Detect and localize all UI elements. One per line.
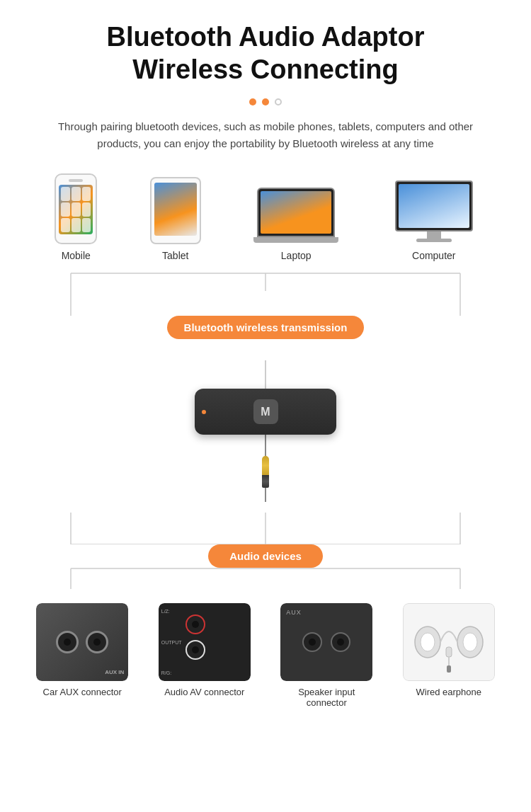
speaker-port-1 (302, 632, 322, 652)
monitor-icon (392, 181, 476, 244)
car-aux-label: Car AUX connector (43, 687, 122, 697)
description-text: Through pairing bluetooth devices, such … (14, 118, 517, 152)
speaker-input-icon: AUX (280, 603, 372, 681)
mobile-image (55, 173, 97, 244)
audio-av-device: L/Z: OUTPUT R/G: Audio AV connector (155, 603, 254, 697)
laptop-icon (253, 188, 338, 244)
devices-row: Mobile Tablet Laptop (14, 173, 517, 261)
svg-rect-17 (447, 665, 451, 673)
audio-av-photo: L/Z: OUTPUT R/G: (159, 603, 251, 681)
rca-port-white (185, 640, 205, 660)
device-mobile: Mobile (55, 173, 97, 261)
audio-av-icon: L/Z: OUTPUT R/G: (159, 603, 251, 681)
dot-1 (249, 98, 256, 105)
audio-av-label: Audio AV connector (164, 687, 244, 697)
aux-port-2 (86, 631, 108, 653)
speaker-input-photo: AUX (280, 603, 372, 681)
bottom-connection-lines (14, 509, 517, 544)
earphone-photo (403, 603, 495, 681)
aux-cable (262, 435, 269, 502)
aux-line-top (265, 435, 266, 456)
bluetooth-badge-row: Bluetooth wireless transmission (14, 316, 517, 339)
svg-point-12 (421, 633, 435, 651)
car-aux-photo: AUX IN (36, 603, 128, 681)
top-connection-lines (14, 270, 517, 316)
wired-earphone-device: Wired earphone (399, 603, 498, 697)
computer-label: Computer (412, 250, 455, 261)
aux-line-bottom (265, 488, 266, 502)
device-computer: Computer (392, 181, 476, 261)
tablet-label: Tablet (162, 250, 188, 261)
wired-earphone-label: Wired earphone (416, 687, 482, 697)
aux-connector-icon (262, 456, 269, 488)
speaker-port-2 (331, 632, 350, 652)
speaker-input-label: Speaker input connector (277, 687, 376, 708)
bt-receiver-button: M (253, 399, 278, 424)
dots-row (14, 98, 517, 105)
audio-badge-row: Audio devices (14, 544, 517, 568)
laptop-label: Laptop (281, 250, 312, 261)
earphone-icon (403, 603, 495, 681)
page-container: Bluetooth Audio Adaptor Wireless Connect… (0, 0, 531, 729)
mobile-phone-icon (55, 173, 97, 244)
tablet-image (150, 177, 201, 244)
device-laptop: Laptop (253, 188, 338, 261)
dot-3 (275, 98, 282, 105)
title-section: Bluetooth Audio Adaptor Wireless Connect… (14, 21, 517, 86)
aux-text: AUX (286, 609, 302, 616)
car-aux-icon: AUX IN (36, 603, 128, 681)
aux-in-label: AUX IN (105, 669, 124, 675)
av-side-labels: L/Z: OUTPUT R/G: (161, 609, 182, 675)
tablet-icon (150, 177, 201, 244)
bottom-devices-row: AUX IN Car AUX connector L/Z: OUTPUT R/G… (14, 603, 517, 708)
top-cable-line (265, 360, 266, 389)
svg-point-14 (463, 633, 477, 651)
bt-receiver-device: M (195, 389, 336, 435)
rca-port-red (185, 614, 205, 634)
computer-image (392, 181, 476, 244)
audio-connector-lines (14, 568, 517, 589)
earphone-svg (410, 610, 488, 674)
speaker-input-device: AUX Speaker input connector (277, 603, 376, 708)
mobile-label: Mobile (62, 250, 91, 261)
laptop-image (253, 188, 338, 244)
bluetooth-badge: Bluetooth wireless transmission (167, 316, 365, 339)
car-aux-device: AUX IN Car AUX connector (33, 603, 132, 697)
rca-connectors (185, 614, 205, 660)
svg-rect-15 (446, 647, 452, 657)
page-title: Bluetooth Audio Adaptor Wireless Connect… (14, 21, 517, 86)
device-tablet: Tablet (150, 177, 201, 261)
aux-port-1 (56, 631, 79, 653)
dot-2 (262, 98, 269, 105)
center-device-section: M (14, 360, 517, 502)
audio-devices-badge: Audio devices (208, 544, 323, 568)
